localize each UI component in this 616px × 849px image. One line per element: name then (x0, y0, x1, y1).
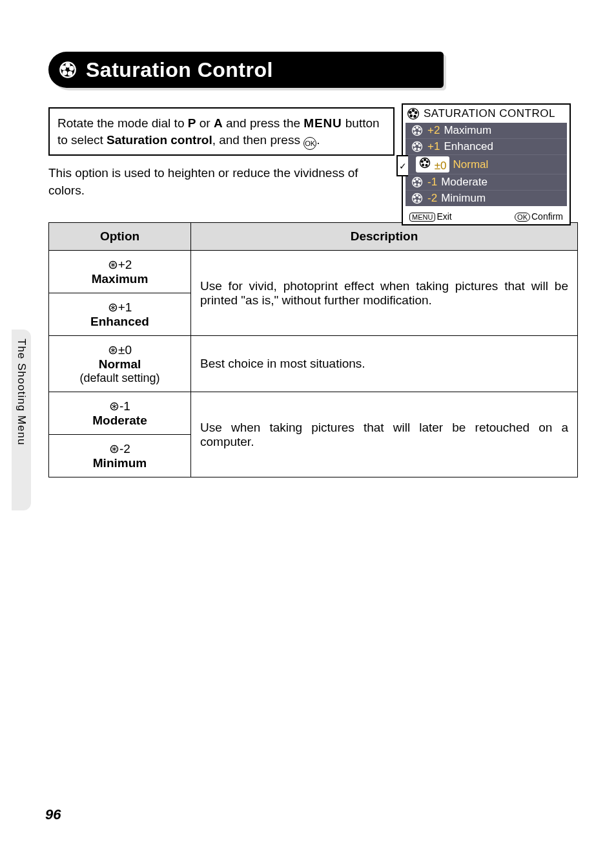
svg-point-5 (62, 67, 65, 70)
option-note: (default setting) (58, 372, 181, 385)
lcd-option-enhanced[interactable]: +1 Enhanced (406, 139, 567, 155)
option-code: ⊛+2 (58, 257, 181, 272)
svg-point-26 (426, 161, 428, 163)
svg-point-2 (70, 67, 73, 70)
lcd-option-moderate[interactable]: -1 Moderate (406, 174, 567, 191)
lcd-option-minimum[interactable]: -2 Minimum (406, 191, 567, 206)
section-title-bar: Saturation Control (48, 52, 444, 88)
svg-point-17 (414, 129, 416, 131)
svg-point-29 (422, 161, 424, 163)
svg-point-35 (414, 180, 416, 182)
lcd-footer: MENUExit OKConfirm (403, 209, 570, 224)
table-row: ⊛±0 Normal (default setting) Best choice… (49, 336, 578, 392)
lcd-option-normal[interactable]: ±0 Normal (406, 155, 567, 174)
mode-a: A (214, 116, 223, 130)
svg-point-13 (416, 127, 418, 129)
section-title: Saturation Control (86, 58, 273, 82)
saturation-icon (407, 107, 420, 120)
camera-lcd-preview: SATURATION CONTROL +2 Maximum +1 Enhance… (402, 103, 571, 225)
svg-point-8 (415, 112, 417, 114)
table-row: ⊛-1 Moderate Use when taking pictures th… (49, 392, 578, 435)
svg-point-9 (414, 116, 416, 118)
svg-point-28 (422, 164, 424, 166)
svg-point-4 (63, 71, 67, 74)
ok-button-icon: OK (303, 137, 316, 150)
table-header-option: Option (49, 223, 191, 251)
lcd-exit[interactable]: MENUExit (409, 211, 452, 222)
svg-point-41 (414, 196, 416, 198)
option-code: ⊛-2 (58, 441, 181, 456)
lcd-title-text: SATURATION CONTROL (424, 107, 555, 120)
svg-point-21 (418, 148, 420, 150)
svg-point-11 (409, 111, 411, 113)
svg-point-14 (418, 129, 420, 131)
svg-point-34 (415, 183, 416, 185)
intro-paragraph: This option is used to heighten or reduc… (48, 165, 395, 199)
options-table: Option Description ⊛+2 Maximum Use for v… (48, 222, 578, 477)
svg-point-38 (418, 196, 420, 198)
lcd-confirm[interactable]: OKConfirm (515, 211, 563, 222)
svg-point-32 (418, 180, 420, 182)
page-number: 96 (45, 806, 61, 823)
svg-point-19 (416, 143, 418, 145)
option-description: Use when taking pictures that will later… (191, 392, 578, 477)
table-row: ⊛+2 Maximum Use for vivid, photoprint ef… (49, 251, 578, 293)
option-code: ⊛+1 (58, 300, 181, 315)
svg-point-3 (68, 72, 72, 75)
lcd-title: SATURATION CONTROL (403, 105, 570, 123)
svg-point-22 (415, 148, 416, 150)
option-label: Moderate (58, 414, 181, 428)
option-label: Normal (58, 357, 181, 372)
mode-p: P (188, 116, 196, 130)
svg-point-39 (418, 200, 420, 202)
option-label: Enhanced (58, 315, 181, 329)
svg-point-20 (418, 145, 420, 147)
svg-point-1 (66, 63, 69, 67)
svg-point-40 (415, 200, 416, 202)
svg-point-27 (426, 164, 427, 166)
option-code: ⊛±0 (58, 342, 181, 357)
sidebar-tab: The Shooting Menu (12, 330, 31, 510)
table-header-description: Description (191, 223, 578, 251)
svg-point-7 (412, 109, 414, 111)
saturation-icon (59, 61, 77, 79)
option-code: ⊛-1 (58, 399, 181, 414)
instruction-box: Rotate the mode dial to P or A and press… (48, 107, 395, 156)
lcd-option-maximum[interactable]: +2 Maximum (406, 123, 567, 139)
svg-point-15 (418, 132, 420, 134)
option-label: Minimum (58, 456, 181, 470)
menu-button-label: MENU (303, 116, 342, 130)
option-description: Use for vivid, photoprint effect when ta… (191, 251, 578, 336)
svg-point-10 (410, 115, 412, 117)
svg-point-33 (418, 183, 420, 185)
svg-point-23 (414, 145, 416, 147)
sidebar-tab-label: The Shooting Menu (12, 330, 28, 445)
svg-point-25 (424, 159, 426, 161)
svg-point-31 (416, 178, 418, 180)
option-description: Best choice in most situations. (191, 336, 578, 392)
svg-point-16 (415, 132, 416, 134)
option-label: Maximum (58, 272, 181, 286)
lcd-menu-list: +2 Maximum +1 Enhanced ±0 Normal -1 Mode… (406, 123, 567, 206)
menu-item-name: Saturation control (107, 133, 212, 147)
svg-point-37 (416, 194, 418, 196)
